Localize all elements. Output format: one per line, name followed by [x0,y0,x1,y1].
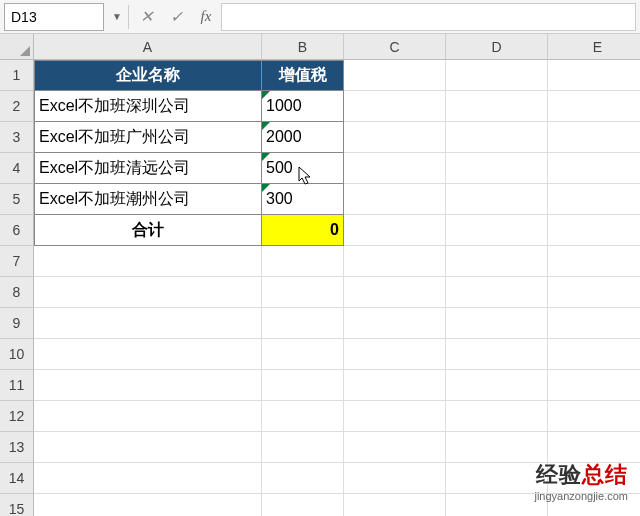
total-value[interactable]: 0 [262,215,344,246]
header-vat[interactable]: 增值税 [262,60,344,91]
cell-C11[interactable] [344,370,446,401]
cell-D11[interactable] [446,370,548,401]
cell-E7[interactable] [548,246,640,277]
header-company-name[interactable]: 企业名称 [34,60,262,91]
row-header-14[interactable]: 14 [0,463,34,494]
cell-D7[interactable] [446,246,548,277]
name-box[interactable]: D13 [4,3,104,31]
cell-C5[interactable] [344,184,446,215]
cell-E2[interactable] [548,91,640,122]
row-header-13[interactable]: 13 [0,432,34,463]
cell-E3[interactable] [548,122,640,153]
cell-C7[interactable] [344,246,446,277]
row-header-6[interactable]: 6 [0,215,34,246]
cell-B10[interactable] [262,339,344,370]
cell-C13[interactable] [344,432,446,463]
cell-E14[interactable] [548,463,640,494]
cell-B13[interactable] [262,432,344,463]
cell-C14[interactable] [344,463,446,494]
cell-B14[interactable] [262,463,344,494]
cell-C1[interactable] [344,60,446,91]
cell-E13[interactable] [548,432,640,463]
col-header-e[interactable]: E [548,34,640,60]
cell-E4[interactable] [548,153,640,184]
cell-E8[interactable] [548,277,640,308]
cell-D13[interactable] [446,432,548,463]
col-header-d[interactable]: D [446,34,548,60]
cell-E12[interactable] [548,401,640,432]
company-name-2[interactable]: Excel不加班广州公司 [34,122,262,153]
cell-D15[interactable] [446,494,548,516]
cell-D14[interactable] [446,463,548,494]
cell-A15[interactable] [34,494,262,516]
cell-A7[interactable] [34,246,262,277]
cell-A9[interactable] [34,308,262,339]
company-name-4[interactable]: Excel不加班潮州公司 [34,184,262,215]
vat-value-2[interactable]: 2000 [262,122,344,153]
formula-input[interactable] [221,3,636,31]
cell-D1[interactable] [446,60,548,91]
cell-D5[interactable] [446,184,548,215]
cell-E10[interactable] [548,339,640,370]
cell-C12[interactable] [344,401,446,432]
cell-C4[interactable] [344,153,446,184]
cell-A11[interactable] [34,370,262,401]
row-header-2[interactable]: 2 [0,91,34,122]
cell-E6[interactable] [548,215,640,246]
col-header-c[interactable]: C [344,34,446,60]
cell-B9[interactable] [262,308,344,339]
row-header-9[interactable]: 9 [0,308,34,339]
row-header-8[interactable]: 8 [0,277,34,308]
name-box-dropdown[interactable]: ▼ [108,11,126,22]
cell-E1[interactable] [548,60,640,91]
cell-D8[interactable] [446,277,548,308]
cell-D6[interactable] [446,215,548,246]
cell-D2[interactable] [446,91,548,122]
fx-icon[interactable]: fx [191,3,221,31]
vat-value-4[interactable]: 300 [262,184,344,215]
cell-C3[interactable] [344,122,446,153]
cell-A13[interactable] [34,432,262,463]
cell-B12[interactable] [262,401,344,432]
col-header-a[interactable]: A [34,34,262,60]
cancel-icon[interactable]: ✕ [131,3,161,31]
total-label[interactable]: 合计 [34,215,262,246]
cell-D3[interactable] [446,122,548,153]
cell-A12[interactable] [34,401,262,432]
row-header-15[interactable]: 15 [0,494,34,516]
cell-C9[interactable] [344,308,446,339]
row-header-12[interactable]: 12 [0,401,34,432]
cell-E15[interactable] [548,494,640,516]
cell-D10[interactable] [446,339,548,370]
cell-A10[interactable] [34,339,262,370]
cell-A14[interactable] [34,463,262,494]
cell-B15[interactable] [262,494,344,516]
cell-B7[interactable] [262,246,344,277]
row-header-1[interactable]: 1 [0,60,34,91]
cell-B8[interactable] [262,277,344,308]
cell-C15[interactable] [344,494,446,516]
row-header-3[interactable]: 3 [0,122,34,153]
cell-D12[interactable] [446,401,548,432]
cell-C10[interactable] [344,339,446,370]
row-header-10[interactable]: 10 [0,339,34,370]
cell-E11[interactable] [548,370,640,401]
cell-D4[interactable] [446,153,548,184]
confirm-icon[interactable]: ✓ [161,3,191,31]
cell-E9[interactable] [548,308,640,339]
cell-E5[interactable] [548,184,640,215]
col-header-b[interactable]: B [262,34,344,60]
row-header-4[interactable]: 4 [0,153,34,184]
cell-C6[interactable] [344,215,446,246]
company-name-1[interactable]: Excel不加班深圳公司 [34,91,262,122]
select-all-corner[interactable] [0,34,34,60]
vat-value-3[interactable]: 500 [262,153,344,184]
row-header-5[interactable]: 5 [0,184,34,215]
vat-value-1[interactable]: 1000 [262,91,344,122]
cell-C2[interactable] [344,91,446,122]
cell-C8[interactable] [344,277,446,308]
row-header-7[interactable]: 7 [0,246,34,277]
cell-D9[interactable] [446,308,548,339]
cell-B11[interactable] [262,370,344,401]
company-name-3[interactable]: Excel不加班清远公司 [34,153,262,184]
